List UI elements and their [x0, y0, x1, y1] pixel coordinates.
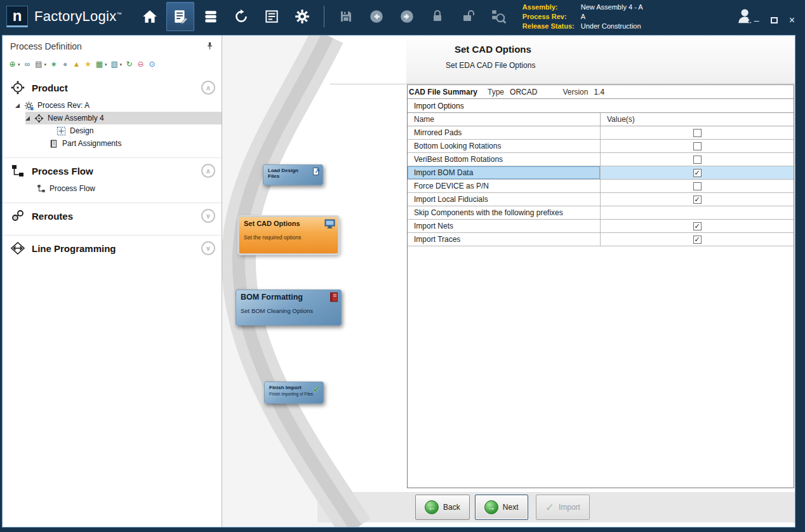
product-icon	[9, 80, 27, 95]
add-dropdown[interactable]: ▾	[18, 62, 20, 67]
sync-icon[interactable]: ↻	[124, 60, 134, 68]
line-programming-section: Line Programming ∨	[3, 235, 222, 267]
option-row[interactable]: Skip Components with the following prefi…	[408, 206, 794, 220]
tree-item-part-assignments[interactable]: Part Assignments	[3, 137, 222, 150]
option-row[interactable]: VeriBest Bottom Rotations	[408, 153, 794, 166]
option-row[interactable]: Force DEVICE as P/N	[408, 180, 794, 193]
option-name: Import Nets	[408, 220, 601, 232]
print-icon[interactable]: ▤	[34, 60, 44, 68]
option-checkbox[interactable]	[693, 182, 702, 190]
option-row[interactable]: Mirrored Pads	[408, 126, 794, 140]
wizard-step-finish-import[interactable]: Finish Import Finish Importing of Files …	[264, 382, 324, 404]
option-checkbox[interactable]	[693, 129, 702, 137]
user-icon[interactable]: ●	[60, 60, 70, 68]
home-button[interactable]	[136, 2, 164, 31]
tree-item-new-assembly-4[interactable]: New Assembly 4	[3, 112, 222, 124]
section-header-line-programming[interactable]: Line Programming ∨	[3, 237, 222, 260]
option-checkbox[interactable]: ✓	[693, 169, 702, 177]
user-logout-button[interactable]	[736, 6, 755, 27]
maximize-button[interactable]	[771, 17, 778, 23]
options-table-header: Name Value(s)	[408, 113, 794, 126]
expand-reroutes-button[interactable]: ∨	[201, 209, 215, 223]
remove-icon[interactable]: ⊖	[136, 60, 145, 68]
pause-icon[interactable]: ⊙	[147, 60, 157, 68]
next-button[interactable]: → Next	[475, 495, 528, 520]
application-window: { "titlebar": { "logo_letter": "n", "log…	[0, 0, 805, 532]
trademark: ™	[117, 11, 122, 17]
version-value: 1.4	[594, 88, 604, 96]
collapse-product-button[interactable]: ∧	[201, 81, 215, 95]
tree-item-process-rev[interactable]: Process Rev: A	[3, 99, 222, 112]
expander-icon[interactable]	[25, 116, 30, 121]
app-logo: n FactoryLogix™	[6, 6, 122, 27]
wizard-step-load-design-files[interactable]: Load Design Files	[263, 164, 323, 185]
release-status-label: Release Status:	[522, 22, 575, 31]
section-header-product[interactable]: Product ∧	[3, 76, 222, 99]
document-icon	[263, 8, 280, 25]
save-button[interactable]	[332, 2, 360, 31]
option-name: Import Local Fiducials	[408, 193, 601, 206]
logo-letter: n	[13, 7, 22, 25]
section-header-process-flow[interactable]: Process Flow ∧	[3, 159, 222, 182]
reroutes-icon	[9, 208, 27, 223]
minimize-button[interactable]: –	[754, 16, 759, 25]
option-checkbox[interactable]: ✓	[693, 236, 702, 244]
data-management-button[interactable]	[197, 2, 225, 31]
process-definition-button[interactable]	[166, 2, 194, 31]
unlock-button[interactable]	[454, 2, 482, 31]
layers-dropdown[interactable]: ▾	[105, 62, 107, 67]
wizard-step-bom-formatting[interactable]: BOM Formatting Set BOM Cleaning Options	[236, 289, 342, 326]
option-row[interactable]: Import Nets✓	[408, 220, 794, 233]
tree-label-design: Design	[70, 126, 93, 135]
maximize-icon	[771, 17, 778, 23]
save-icon	[338, 9, 354, 24]
tree-item-design[interactable]: Design	[3, 124, 222, 137]
favorite-icon[interactable]: ★	[83, 60, 93, 68]
section-title-process-flow: Process Flow	[32, 166, 93, 176]
column-header-name[interactable]: Name	[408, 113, 601, 126]
column-header-values[interactable]: Value(s)	[601, 113, 794, 126]
option-row[interactable]: Bottom Looking Rotations	[408, 140, 794, 153]
wizard-step-set-cad-options[interactable]: Set CAD Options Set the required options	[239, 216, 338, 254]
option-row[interactable]: Import BOM Data✓	[408, 166, 794, 180]
process-audit-button[interactable]	[484, 2, 512, 31]
cad-file-summary-row: CAD File Summary Type ORCAD Version 1.4	[408, 85, 794, 99]
back-button[interactable]: ← Back	[415, 495, 470, 520]
forward-nav-button[interactable]	[393, 2, 421, 31]
assembly-info: Assembly: New Assembly 4 - A Process Rev…	[522, 3, 643, 31]
flask-icon[interactable]: ▲	[72, 60, 81, 68]
import-button[interactable]: ✓ Import	[536, 495, 590, 520]
import-wizard-panel: Load Design Files Set CAD Options Set th…	[222, 36, 406, 527]
settings-button[interactable]	[288, 2, 316, 31]
window-controls: – ×	[754, 15, 795, 25]
option-row[interactable]: Import Local Fiducials✓	[408, 193, 794, 206]
layers-alt-dropdown[interactable]: ▾	[120, 62, 123, 67]
option-name: Import Traces	[408, 233, 601, 246]
option-checkbox[interactable]	[693, 142, 702, 150]
option-checkbox[interactable]: ✓	[693, 196, 702, 204]
print-dropdown[interactable]: ▾	[44, 62, 47, 67]
wizard-step-subtitle: Set the required options	[244, 234, 333, 241]
option-checkbox[interactable]: ✓	[693, 222, 702, 230]
load-files-icon	[313, 167, 320, 177]
layers-alt-icon[interactable]: ▧	[110, 60, 119, 68]
layers-icon[interactable]: ▦	[95, 60, 104, 68]
option-checkbox[interactable]	[693, 156, 702, 164]
documents-button[interactable]	[258, 2, 286, 31]
section-header-reroutes[interactable]: Reroutes ∨	[3, 204, 222, 227]
tree-indent	[3, 137, 48, 150]
expander-icon[interactable]	[15, 103, 20, 108]
expand-line-programming-button[interactable]: ∨	[201, 241, 215, 255]
sync-button[interactable]	[227, 2, 255, 31]
back-nav-button[interactable]	[363, 2, 390, 31]
refresh-tree-icon[interactable]: ∗	[49, 60, 58, 68]
close-button[interactable]: ×	[789, 15, 795, 25]
lock-button[interactable]	[423, 2, 451, 31]
collapse-process-flow-button[interactable]: ∧	[201, 164, 215, 178]
option-row[interactable]: Import Traces✓	[408, 233, 794, 246]
link-icon[interactable]: ∞	[23, 60, 32, 68]
page-title: Set CAD Options	[455, 44, 531, 55]
add-icon[interactable]: ⊕	[8, 60, 17, 68]
tree-item-process-flow[interactable]: Process Flow	[3, 182, 222, 195]
pin-button[interactable]	[206, 41, 214, 52]
